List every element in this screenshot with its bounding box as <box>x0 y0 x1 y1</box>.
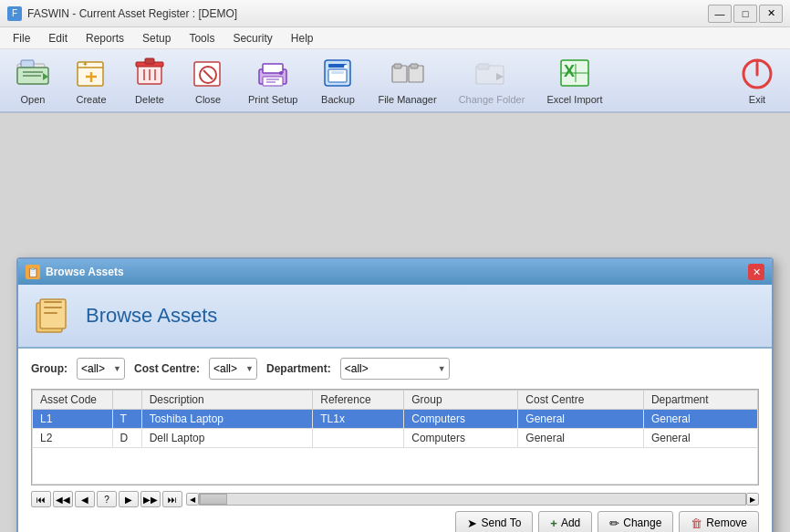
cell-group: Computers <box>404 410 518 429</box>
close2-icon <box>190 56 226 90</box>
cell-group: Computers <box>404 429 518 448</box>
close2-button[interactable]: Close <box>182 52 234 109</box>
svg-text:✦: ✦ <box>82 60 88 68</box>
remove-button[interactable]: 🗑 Remove <box>679 511 759 532</box>
nav-first-button[interactable]: ⏮ <box>31 491 51 507</box>
change-label: Change <box>623 516 661 529</box>
dialog-close-x-button[interactable]: ✕ <box>748 264 764 280</box>
change-folder-button[interactable]: Change Folder <box>452 52 533 109</box>
dialog-title-text: Browse Assets <box>46 266 124 278</box>
svg-rect-46 <box>44 301 62 303</box>
print-label: Print Setup <box>248 94 297 105</box>
minimize-button[interactable]: — <box>708 5 732 23</box>
create-button[interactable]: ✦ Create <box>66 52 117 109</box>
cell-description: Toshiba Laptop <box>141 410 313 429</box>
add-button[interactable]: + Add <box>538 511 592 532</box>
asset-table-container: Asset Code Description Reference Group C… <box>31 389 759 485</box>
cell-reference <box>313 429 404 448</box>
window-close-button[interactable]: ✕ <box>759 5 783 23</box>
cell-department: General <box>643 410 757 429</box>
menu-security[interactable]: Security <box>223 30 281 47</box>
menu-tools[interactable]: Tools <box>180 30 223 47</box>
print-setup-button[interactable]: Print Setup <box>241 52 305 109</box>
nav-bar: ⏮ ◀◀ ◀ ? ▶ ▶▶ ⏭ <box>31 487 182 511</box>
cost-centre-label: Cost Centre: <box>134 362 200 375</box>
create-label: Create <box>76 94 106 105</box>
group-select[interactable]: <all> <box>77 358 125 380</box>
remove-icon: 🗑 <box>691 516 702 530</box>
scroll-right-button[interactable]: ▶ <box>746 493 759 506</box>
department-label: Department: <box>266 362 331 375</box>
cost-centre-select-wrapper[interactable]: <all> <box>209 358 257 380</box>
nav-last-button[interactable]: ⏭ <box>162 491 182 507</box>
menu-edit[interactable]: Edit <box>39 30 77 47</box>
asset-table: Asset Code Description Reference Group C… <box>32 390 758 485</box>
dialog-title-bar: 📋 Browse Assets ✕ <box>18 259 772 285</box>
backup-button[interactable]: Backup <box>312 52 363 109</box>
browse-assets-dialog: 📋 Browse Assets ✕ Browse Assets <box>16 257 774 532</box>
col-cost-centre: Cost Centre <box>518 391 644 410</box>
window-title: FASWIN - Current Asset Register : [DEMO] <box>27 7 237 20</box>
department-select-wrapper[interactable]: <all> <box>340 358 450 380</box>
cell-cost-centre: General <box>518 410 644 429</box>
table-row[interactable]: L2 D Dell Laptop Computers General Gener… <box>33 429 758 448</box>
change-button[interactable]: ✏ Change <box>598 511 673 532</box>
menu-help[interactable]: Help <box>282 30 323 47</box>
department-select[interactable]: <all> <box>340 358 450 380</box>
col-reference: Reference <box>313 391 404 410</box>
cell-asset-code: L2 <box>33 429 113 448</box>
excel-icon: X <box>556 56 593 90</box>
col-department: Department <box>643 391 757 410</box>
horizontal-scrollbar[interactable] <box>199 493 746 506</box>
cell-short: D <box>112 429 141 448</box>
change-folder-label: Change Folder <box>459 94 525 105</box>
backup-icon <box>319 56 356 90</box>
svg-rect-36 <box>478 64 489 69</box>
exit-button[interactable]: Exit <box>732 52 783 109</box>
group-label: Group: <box>31 362 68 375</box>
add-icon: + <box>550 516 557 530</box>
col-short <box>112 391 141 410</box>
nav-next-button[interactable]: ▶ <box>119 491 139 507</box>
file-manager-button[interactable]: File Manager <box>370 52 443 109</box>
maximize-button[interactable]: □ <box>733 5 757 23</box>
cost-centre-select[interactable]: <all> <box>209 358 257 380</box>
table-row[interactable]: L1 T Toshiba Laptop TL1x Computers Gener… <box>33 410 758 429</box>
scroll-thumb <box>200 494 227 505</box>
scroll-left-button[interactable]: ◀ <box>186 493 199 506</box>
send-to-button[interactable]: ➤ Send To <box>455 511 533 532</box>
delete-button[interactable]: Delete <box>124 52 175 109</box>
menu-bar: File Edit Reports Setup Tools Security H… <box>0 27 790 49</box>
title-bar-left: F FASWIN - Current Asset Register : [DEM… <box>7 6 237 21</box>
svg-rect-1 <box>21 60 34 68</box>
dialog-body: Group: <all> Cost Centre: <all> Departme… <box>18 349 772 532</box>
menu-reports[interactable]: Reports <box>77 30 133 47</box>
exit-icon <box>739 56 775 90</box>
svg-point-25 <box>279 71 283 75</box>
col-description: Description <box>141 391 313 410</box>
nav-next-many-button[interactable]: ▶▶ <box>140 491 161 507</box>
nav-help-button[interactable]: ? <box>97 491 117 507</box>
group-select-wrapper[interactable]: <all> <box>77 358 125 380</box>
toolbar: Open ✦ Create Delete <box>0 49 790 113</box>
svg-rect-32 <box>394 64 401 68</box>
menu-setup[interactable]: Setup <box>133 30 180 47</box>
svg-rect-29 <box>331 71 344 74</box>
nav-prev-button[interactable]: ◀ <box>75 491 95 507</box>
app-icon: F <box>7 6 22 21</box>
cell-department: General <box>643 429 757 448</box>
delete-icon <box>131 56 168 90</box>
close2-label: Close <box>195 94 221 105</box>
menu-file[interactable]: File <box>4 30 39 47</box>
open-label: Open <box>21 94 46 105</box>
svg-rect-13 <box>145 58 154 64</box>
action-buttons-row: ➤ Send To + Add ✏ Change 🗑 Remove <box>31 511 759 532</box>
send-to-label: Send To <box>481 516 521 529</box>
excel-import-button[interactable]: X Excel Import <box>539 52 609 109</box>
dialog-header-icon <box>33 296 73 336</box>
svg-rect-48 <box>44 312 57 314</box>
nav-prev-many-button[interactable]: ◀◀ <box>53 491 73 507</box>
cell-description: Dell Laptop <box>141 429 313 448</box>
col-asset-code: Asset Code <box>33 391 113 410</box>
open-button[interactable]: Open <box>7 52 58 109</box>
